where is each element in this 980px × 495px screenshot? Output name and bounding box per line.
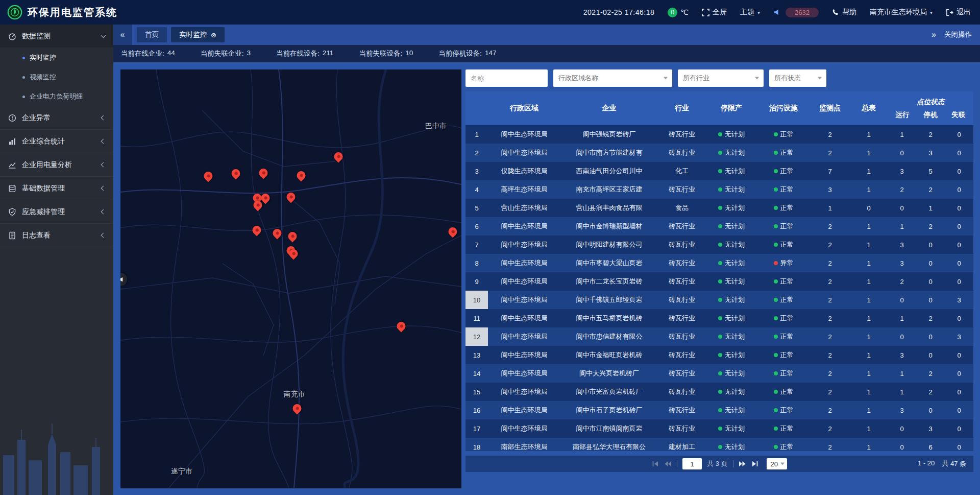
cell-pollution-facility: 正常 bbox=[757, 364, 810, 383]
name-filter-input[interactable] bbox=[465, 69, 548, 87]
cell-region: 阆中生态环境局 bbox=[488, 291, 560, 309]
sidebar-item-2[interactable]: 企业综合统计 bbox=[0, 130, 113, 153]
table-row-13[interactable]: 13 阆中生态环境局 阆中市金福旺页岩机砖 砖瓦行业 无计划 正常 2 1 3 … bbox=[465, 346, 973, 364]
tab-1[interactable]: 实时监控 ⊗ bbox=[171, 27, 225, 42]
cell-production-limit: 无计划 bbox=[706, 162, 757, 180]
map-pin-11[interactable] bbox=[288, 232, 297, 241]
table-row-17[interactable]: 17 阆中生态环境局 阆中市江南镇阆南页岩 砖瓦行业 无计划 正常 2 1 0 … bbox=[465, 419, 973, 438]
map-pin-4[interactable] bbox=[334, 152, 342, 161]
map-pin-8[interactable] bbox=[254, 201, 262, 209]
sidebar-item-6[interactable]: 日志查看 bbox=[0, 224, 113, 247]
table-row-6[interactable]: 6 阆中生态环境局 阆中市金博瑞新型墙材 砖瓦行业 无计划 正常 2 1 1 2… bbox=[465, 217, 973, 235]
map-pin-14[interactable] bbox=[449, 227, 457, 236]
map-pin-2[interactable] bbox=[259, 169, 267, 177]
map-pin-10[interactable] bbox=[273, 229, 282, 238]
cell-industry: 砖瓦行业 bbox=[658, 419, 706, 438]
cell-stopped: 0 bbox=[916, 254, 945, 272]
map-pin-icon bbox=[295, 169, 307, 181]
tabs-scroll-left-button[interactable]: « bbox=[113, 25, 132, 45]
map-pin-9[interactable] bbox=[253, 226, 261, 234]
status-dot bbox=[718, 427, 722, 431]
table-row-12[interactable]: 12 阆中生态环境局 阆中市忠信建材有限公 砖瓦行业 无计划 正常 2 1 0 … bbox=[465, 327, 973, 346]
page-number-input[interactable] bbox=[682, 458, 702, 469]
sidebar-subitem-0-2[interactable]: 企业电力负荷明细 bbox=[0, 87, 113, 106]
cell-industry: 砖瓦行业 bbox=[658, 235, 706, 254]
map-pin-13[interactable] bbox=[289, 249, 298, 258]
map-pin-7[interactable] bbox=[287, 193, 296, 201]
stat-1: 当前失联企业: 3 bbox=[201, 49, 251, 58]
prev-page-button[interactable] bbox=[664, 461, 672, 467]
logout-button[interactable]: 退出 bbox=[946, 8, 971, 17]
sidebar-item-0[interactable]: 数据监测 bbox=[0, 25, 113, 48]
map-pin-0[interactable] bbox=[204, 172, 213, 180]
cell-production-limit: 无计划 bbox=[706, 364, 757, 383]
table-row-9[interactable]: 9 阆中生态环境局 阆中市二龙长宝页岩砖 砖瓦行业 无计划 正常 2 1 2 0… bbox=[465, 272, 973, 291]
industry-filter-value: 所有行业 bbox=[683, 74, 709, 83]
table-row-2[interactable]: 2 阆中生态环境局 阆中市南方节能建材有 砖瓦行业 无计划 正常 2 1 0 3… bbox=[465, 144, 973, 162]
table-row-5[interactable]: 5 营山生态环境局 营山县润丰肉食品有限 食品 无计划 正常 1 0 0 1 0 bbox=[465, 199, 973, 217]
stats-bar: 当前在线企业: 44 当前失联企业: 3 当前在线设备: 211 当前失联设备:… bbox=[113, 45, 980, 62]
tab-close-icon[interactable]: ⊗ bbox=[211, 31, 216, 39]
line-chart-icon bbox=[8, 161, 16, 169]
sidebar-item-3[interactable]: 企业用电量分析 bbox=[0, 153, 113, 177]
row-index: 16 bbox=[465, 401, 488, 419]
cell-monitor-points: 1 bbox=[810, 199, 850, 217]
table-row-16[interactable]: 16 阆中生态环境局 阆中市石子页岩机砖厂 砖瓦行业 无计划 正常 2 1 3 … bbox=[465, 401, 973, 419]
stat-value: 211 bbox=[323, 49, 334, 58]
prev-page-icon bbox=[664, 461, 672, 467]
org-dropdown[interactable]: 南充市生态环境局 ▾ bbox=[870, 8, 933, 17]
table-row-3[interactable]: 3 仪陇生态环境局 西南油气田分公司川中 化工 无计划 正常 7 1 3 5 0 bbox=[465, 162, 973, 180]
cell-meters: 1 bbox=[850, 309, 888, 327]
sidebar-subitem-0-0[interactable]: 实时监控 bbox=[0, 48, 113, 67]
help-button[interactable]: 帮助 bbox=[832, 8, 856, 17]
tab-label: 实时监控 bbox=[179, 30, 207, 39]
table-row-1[interactable]: 1 阆中生态环境局 阆中强锐页岩砖厂 砖瓦行业 无计划 正常 2 1 1 2 0 bbox=[465, 125, 973, 144]
cell-offline: 3 bbox=[945, 291, 973, 309]
table-row-11[interactable]: 11 阆中生态环境局 阆中市五马桥页岩机砖 砖瓦行业 无计划 正常 2 1 1 … bbox=[465, 309, 973, 327]
sidebar-item-1[interactable]: 企业异常 bbox=[0, 106, 113, 130]
alert-count-badge[interactable]: 2632 bbox=[786, 8, 819, 17]
table-row-15[interactable]: 15 阆中生态环境局 阆中市光富页岩机砖厂 砖瓦行业 无计划 正常 2 1 1 … bbox=[465, 383, 973, 401]
total-count-label: 共 47 条 bbox=[942, 459, 966, 468]
sidebar-item-4[interactable]: 基础数据管理 bbox=[0, 177, 113, 200]
status-dot bbox=[718, 261, 722, 265]
phone-icon bbox=[832, 9, 839, 16]
status-filter-value: 所有状态 bbox=[774, 74, 801, 83]
status-dot bbox=[774, 261, 778, 265]
fullscreen-button[interactable]: 全屏 bbox=[702, 8, 727, 17]
region-filter-select[interactable]: 行政区域名称 bbox=[553, 69, 672, 87]
tabs-scroll-right-button[interactable]: » bbox=[932, 30, 936, 39]
table-row-4[interactable]: 4 高坪生态环境局 南充市高坪区王家店建 砖瓦行业 无计划 正常 3 1 2 2… bbox=[465, 180, 973, 199]
map-pin-icon bbox=[252, 199, 264, 211]
industry-filter-select[interactable]: 所有行业 bbox=[678, 69, 764, 87]
sidebar-subitem-label: 企业电力负荷明细 bbox=[30, 92, 83, 101]
sidebar-subitem-0-1[interactable]: 视频监控 bbox=[0, 67, 113, 87]
map-pin-16[interactable] bbox=[293, 404, 302, 413]
cell-production-limit: 无计划 bbox=[706, 254, 757, 272]
table-row-18[interactable]: 18 南部生态环境局 南部县弘华大理石有限公 建材加工 无计划 正常 2 1 0… bbox=[465, 438, 973, 451]
theme-dropdown[interactable]: 主题 ▾ bbox=[740, 8, 760, 17]
cell-stopped: 2 bbox=[916, 364, 945, 383]
map-pin-15[interactable] bbox=[397, 322, 406, 331]
cell-offline: 0 bbox=[945, 125, 973, 144]
last-page-button[interactable] bbox=[751, 461, 758, 467]
fullscreen-icon bbox=[702, 9, 709, 16]
table-row-8[interactable]: 8 阆中生态环境局 阆中市枣碧大梁山页岩 砖瓦行业 无计划 异常 2 1 3 0… bbox=[465, 254, 973, 272]
table-row-7[interactable]: 7 阆中生态环境局 阆中明阳建材有限公司 砖瓦行业 无计划 正常 2 1 3 0… bbox=[465, 235, 973, 254]
table-row-14[interactable]: 14 阆中生态环境局 阆中大兴页岩机砖厂 砖瓦行业 无计划 正常 2 1 1 2… bbox=[465, 364, 973, 383]
status-dot bbox=[774, 132, 778, 136]
table-row-10[interactable]: 10 阆中生态环境局 阆中千佛镇五郎垭页岩 砖瓦行业 无计划 正常 2 1 0 … bbox=[465, 291, 973, 309]
map-panel[interactable]: ◀ 巴中市南充市遂宁市 bbox=[120, 69, 461, 488]
close-operations-button[interactable]: 关闭操作 bbox=[944, 30, 972, 39]
page-size-select[interactable]: 20 bbox=[767, 458, 787, 469]
announcement-button[interactable] bbox=[773, 9, 780, 16]
status-filter-select[interactable]: 所有状态 bbox=[769, 69, 826, 87]
next-page-button[interactable] bbox=[739, 461, 746, 467]
map-pin-1[interactable] bbox=[232, 169, 240, 178]
tab-0[interactable]: 首页 bbox=[137, 27, 167, 42]
map-pin-6[interactable] bbox=[261, 194, 270, 202]
temperature: 0 ℃ bbox=[668, 8, 689, 17]
sidebar-item-5[interactable]: 应急减排管理 bbox=[0, 200, 113, 224]
first-page-button[interactable] bbox=[652, 461, 659, 467]
map-pin-3[interactable] bbox=[297, 171, 306, 180]
